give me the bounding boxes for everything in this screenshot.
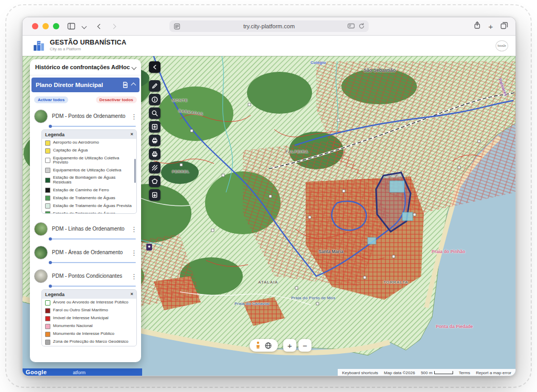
legend-item: Árvore ou Arvoredo de Interesse Público (42, 299, 136, 307)
collapse-panel-button[interactable] (149, 61, 160, 73)
history-dropdown[interactable]: Histórico de confrontações AdHoc (30, 59, 141, 75)
forward-button[interactable] (109, 21, 118, 31)
legend-item: Imóvel de Interesse Municipal (42, 314, 136, 322)
map-label: TORRALTA (383, 280, 408, 285)
map-data-text: Map data ©2026 (384, 371, 415, 375)
reload-icon[interactable] (358, 22, 365, 31)
print-tool-button[interactable] (149, 135, 160, 146)
layer-row[interactable]: PDM - Áreas de Ordenamento ⋮ (30, 242, 141, 260)
keyboard-shortcuts-link[interactable]: Keyboard shortcuts (342, 371, 378, 375)
close-icon[interactable]: × (131, 132, 133, 137)
zoom-in-button[interactable]: + (283, 339, 296, 352)
legend-item: Equipamento de Utilização Coletiva Previ… (42, 155, 136, 167)
sidebar-chevron-icon[interactable] (79, 21, 89, 31)
zoom-out-button[interactable]: − (298, 339, 312, 352)
sidebar-toggle-icon[interactable] (67, 21, 76, 31)
document-icon (123, 82, 128, 88)
reader-icon[interactable] (174, 23, 180, 32)
footer-strip: Google atform (23, 368, 142, 376)
map-label: Santa Maria (318, 249, 343, 254)
layer-row[interactable]: PDM - Pontos Condicionantes ⋮ (30, 266, 141, 284)
legend-body[interactable]: Árvore ou Arvoredo de Interesse Público … (42, 299, 136, 346)
legend-panel-points: Legenda × Aeroporto ou Aeródromo Captaçã… (41, 129, 137, 214)
legend-item: Monumento de Interesse Público (42, 330, 136, 338)
app-title: GESTÃO URBANÍSTICA (50, 39, 126, 46)
layer-thumbnail[interactable] (34, 110, 48, 123)
app-header: GESTÃO URBANÍSTICA City as a Platform fo… (23, 36, 515, 56)
zoom-window-button[interactable] (53, 23, 59, 29)
share-icon[interactable] (474, 21, 481, 31)
app-logo-icon (32, 39, 46, 52)
brand-logo: focus2e (496, 40, 508, 51)
layer-menu-button[interactable]: ⋮ (131, 273, 137, 280)
polygon-tool-button[interactable] (149, 176, 160, 187)
hatch-tool-button[interactable] (149, 162, 160, 173)
opacity-slider[interactable] (50, 238, 136, 239)
legend-item: Captação de Água (42, 147, 136, 155)
google-logo[interactable]: Google (26, 369, 47, 375)
map-label: Colégio (310, 60, 326, 65)
report-error-link[interactable]: Report a map error (476, 371, 511, 375)
browser-toolbar: try.city-platform.com + (23, 17, 515, 36)
map-label: Praia do Canavial (234, 301, 270, 306)
legend-item: Zona de Protecção do Marco Geodésico (42, 338, 136, 346)
search-tool-button[interactable] (149, 107, 160, 119)
opacity-slider[interactable] (50, 262, 136, 263)
plan-header[interactable]: Plano Diretor Municipal (31, 78, 139, 92)
map-label: ATALAIA (258, 280, 278, 285)
privacy-badge-icon[interactable] (347, 22, 355, 31)
legend-title: Legenda (45, 292, 65, 297)
map-label: FERREL (172, 169, 190, 174)
legend-item: Estação de Caminho de Ferro (42, 187, 136, 194)
window-controls (32, 23, 59, 29)
screenshot-stage: try.city-platform.com + (0, 0, 537, 392)
opacity-slider[interactable] (50, 126, 136, 127)
close-icon[interactable]: × (131, 292, 133, 297)
info-tool-button[interactable] (149, 94, 160, 105)
scrollbar-thumb[interactable] (134, 159, 136, 183)
map-marker[interactable] (146, 244, 152, 251)
print-area-tool-button[interactable] (149, 148, 160, 160)
deactivate-all-button[interactable]: Desactivar todos (96, 96, 137, 103)
chevron-down-icon (132, 64, 137, 70)
layer-menu-button[interactable]: ⋮ (131, 249, 137, 257)
streetview-globe-control[interactable] (250, 339, 278, 352)
address-bar[interactable]: try.city-platform.com (169, 20, 369, 32)
layer-thumbnail[interactable] (34, 269, 48, 283)
draw-tool-button[interactable] (149, 80, 160, 92)
legend-item: Aeroporto ou Aeródromo (42, 139, 136, 147)
map-label: MONTE (172, 98, 188, 103)
legend-item: Estação de Bombagem de Águas Residuais (42, 175, 136, 187)
layer-actions: Activar todos Desactivar todos (30, 92, 141, 106)
add-layer-tool-button[interactable] (149, 121, 160, 133)
map-attribution: Keyboard shortcuts Map data ©2026 500 m … (338, 369, 515, 376)
url-text: try.city-platform.com (243, 23, 295, 29)
legend-item: Monumento Nacional (42, 322, 136, 330)
chevron-up-icon (131, 82, 136, 88)
export-tool-button[interactable] (149, 189, 160, 201)
footer-tail-text: atform (73, 370, 85, 375)
new-tab-icon[interactable]: + (488, 22, 493, 31)
legend-item: Equipamentos de Utilização Coletiva (42, 167, 136, 175)
layer-row[interactable]: PDM - Pontos de Ordenamento ⋮ (30, 106, 141, 124)
layer-row[interactable]: PDM - Linhas de Ordenamento ⋮ (30, 219, 141, 237)
legend-item: Farol ou Outro Sinal Marítimo (42, 307, 136, 314)
layer-thumbnail[interactable] (34, 222, 48, 236)
layer-thumbnail[interactable] (34, 246, 48, 259)
layer-label: PDM - Linhas de Ordenamento (52, 226, 126, 232)
opacity-slider[interactable] (50, 286, 136, 287)
browser-window: try.city-platform.com + (22, 17, 516, 376)
minimize-window-button[interactable] (42, 23, 49, 29)
back-button[interactable] (95, 21, 104, 31)
terms-link[interactable]: Terms (459, 371, 470, 375)
globe-icon[interactable] (264, 342, 272, 350)
layer-menu-button[interactable]: ⋮ (131, 113, 137, 121)
pegman-icon[interactable] (255, 341, 261, 350)
legend-body[interactable]: Aeroporto ou Aeródromo Captação de Água … (42, 139, 136, 213)
tab-overview-icon[interactable] (500, 21, 508, 31)
map-label: Praia do Pinhão (432, 249, 465, 254)
close-window-button[interactable] (32, 23, 38, 29)
activate-all-button[interactable]: Activar todos (34, 96, 68, 103)
layer-menu-button[interactable]: ⋮ (131, 225, 137, 233)
scale-control: 500 m (421, 371, 453, 375)
